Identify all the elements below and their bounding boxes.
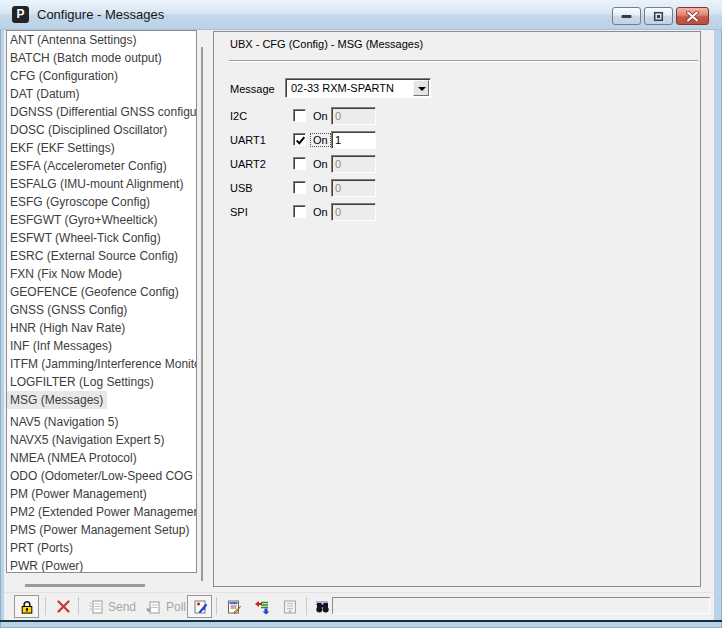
edit-message-icon [226, 599, 242, 615]
sidebar-item-esfa[interactable]: ESFA (Accelerometer Config) [7, 157, 196, 175]
lock-icon [19, 599, 35, 615]
port-row-uart1: UART1On [230, 131, 490, 149]
port-rows: I2COnUART1OnUART2OnUSBOnSPIOn [230, 107, 490, 221]
panel-divider [229, 60, 698, 62]
usb-rate-input [331, 179, 376, 197]
sidebar-item-msg[interactable]: MSG (Messages) [7, 391, 107, 409]
on-label[interactable]: On [311, 158, 330, 170]
message-view-button[interactable] [278, 595, 302, 618]
spi-rate-input [331, 203, 376, 221]
sidebar-item-dat[interactable]: DAT (Datum) [7, 85, 196, 103]
usb-on-checkbox[interactable] [293, 181, 306, 194]
i2c-rate-input [331, 107, 376, 125]
port-label: USB [230, 182, 253, 194]
send-button[interactable]: Send [84, 595, 140, 618]
bottom-toolbar: Send Poll [4, 592, 714, 620]
message-combobox[interactable]: 02-33 RXM-SPARTN [285, 78, 431, 98]
port-label: UART1 [230, 134, 266, 146]
port-label: UART2 [230, 158, 266, 170]
sidebar-item-pms[interactable]: PMS (Power Management Setup) [7, 521, 196, 539]
spi-on-checkbox[interactable] [293, 205, 306, 218]
toolbar-separator [216, 597, 217, 615]
sidebar-item-esfalg[interactable]: ESFALG (IMU-mount Alignment) [7, 175, 196, 193]
transfer-message-icon [254, 599, 270, 615]
sidebar-item-esfwt[interactable]: ESFWT (Wheel-Tick Config) [7, 229, 196, 247]
sidebar-item-pm[interactable]: PM (Power Management) [7, 485, 196, 503]
chevron-down-icon [418, 87, 426, 91]
titlebar[interactable]: P Configure - Messages [0, 0, 722, 30]
uart2-on-checkbox[interactable] [293, 157, 306, 170]
sidebar-item-navx5[interactable]: NAVX5 (Navigation Expert 5) [7, 431, 196, 449]
sidebar-item-fxn[interactable]: FXN (Fix Now Mode) [7, 265, 196, 283]
port-row-i2c: I2COn [230, 107, 490, 125]
sidebar-item-esfgwt[interactable]: ESFGWT (Gyro+Wheeltick) [7, 211, 196, 229]
sidebar-item-itfm[interactable]: ITFM (Jamming/Interference Monitor) [7, 355, 196, 373]
message-combobox-value: 02-33 RXM-SPARTN [291, 82, 394, 94]
message-view-icon [282, 599, 298, 615]
on-label[interactable]: On [311, 134, 330, 146]
port-row-usb: USBOn [230, 179, 490, 197]
on-label[interactable]: On [311, 182, 330, 194]
uart1-rate-input[interactable] [331, 131, 376, 149]
send-label: Send [108, 600, 136, 614]
sidebar-item-prt[interactable]: PRT (Ports) [7, 539, 196, 557]
sidebar-item-inf[interactable]: INF (Inf Messages) [7, 337, 196, 355]
restore-button[interactable] [644, 7, 673, 25]
sidebar-item-geofence[interactable]: GEOFENCE (Geofence Config) [7, 283, 196, 301]
edit-message-button[interactable] [222, 595, 246, 618]
toolbar-separator [306, 597, 307, 615]
sidebar-item-ant[interactable]: ANT (Antenna Settings) [7, 31, 196, 49]
sidebar-item-nmea[interactable]: NMEA (NMEA Protocol) [7, 449, 196, 467]
sidebar-item-gnss[interactable]: GNSS (GNSS Config) [7, 301, 196, 319]
wizard-icon [192, 599, 208, 615]
port-row-uart2: UART2On [230, 155, 490, 173]
message-label: Message [230, 83, 275, 95]
close-icon [686, 11, 699, 22]
toolbar-separator [78, 597, 79, 615]
uart1-on-checkbox[interactable] [293, 133, 306, 146]
binoculars-icon [314, 599, 331, 615]
sidebar-item-dgnss[interactable]: DGNSS (Differential GNSS configuration) [7, 103, 196, 121]
uart2-rate-input [331, 155, 376, 173]
list-vertical-scrollbar[interactable] [201, 47, 203, 581]
autoconfig-wizard-button[interactable] [187, 595, 212, 618]
toolbar-separator [45, 597, 46, 615]
sidebar-item-cfg[interactable]: CFG (Configuration) [7, 67, 196, 85]
restore-icon [653, 11, 664, 22]
sidebar-item-pm2[interactable]: PM2 (Extended Power Management) [7, 503, 196, 521]
sidebar-item-dosc[interactable]: DOSC (Disciplined Oscillator) [7, 121, 196, 139]
message-class-list: ANT (Antenna Settings)BATCH (Batch mode … [6, 30, 197, 573]
port-row-spi: SPIOn [230, 203, 490, 221]
find-message-button[interactable] [310, 595, 334, 618]
sidebar-item-pwr[interactable]: PWR (Power) [7, 557, 196, 573]
close-button[interactable] [676, 7, 709, 25]
sidebar-item-nav5[interactable]: NAV5 (Navigation 5) [7, 413, 196, 431]
lock-button[interactable] [14, 595, 39, 618]
sidebar-item-logfilter[interactable]: LOGFILTER (Log Settings) [7, 373, 196, 391]
sidebar-item-esrc[interactable]: ESRC (External Source Config) [7, 247, 196, 265]
delete-x-icon [56, 599, 71, 614]
port-label: I2C [230, 110, 247, 122]
on-label[interactable]: On [311, 110, 330, 122]
i2c-on-checkbox[interactable] [293, 109, 306, 122]
sidebar-item-ekf[interactable]: EKF (EKF Settings) [7, 139, 196, 157]
window-bottom-edge [0, 620, 722, 622]
window-title: Configure - Messages [37, 7, 164, 22]
config-panel: UBX - CFG (Config) - MSG (Messages) Mess… [213, 31, 701, 587]
list-horizontal-scrollbar[interactable] [25, 584, 145, 587]
sidebar-item-odo[interactable]: ODO (Odometer/Low-Speed COG engine) [7, 467, 196, 485]
minimize-icon [621, 14, 632, 19]
sidebar-item-esfg[interactable]: ESFG (Gyroscope Config) [7, 193, 196, 211]
send-icon [88, 599, 104, 615]
on-label[interactable]: On [311, 206, 330, 218]
port-label: SPI [230, 206, 248, 218]
sidebar-item-batch[interactable]: BATCH (Batch mode output) [7, 49, 196, 67]
sidebar-item-hnr[interactable]: HNR (High Nav Rate) [7, 319, 196, 337]
minimize-button[interactable] [612, 7, 641, 25]
poll-button[interactable]: Poll [142, 595, 190, 618]
toolbar-status-field [332, 597, 710, 614]
delete-button[interactable] [51, 595, 75, 618]
combo-dropdown-button[interactable] [413, 80, 429, 96]
transfer-message-button[interactable] [250, 595, 274, 618]
client-area: ANT (Antenna Settings)BATCH (Batch mode … [4, 30, 714, 620]
